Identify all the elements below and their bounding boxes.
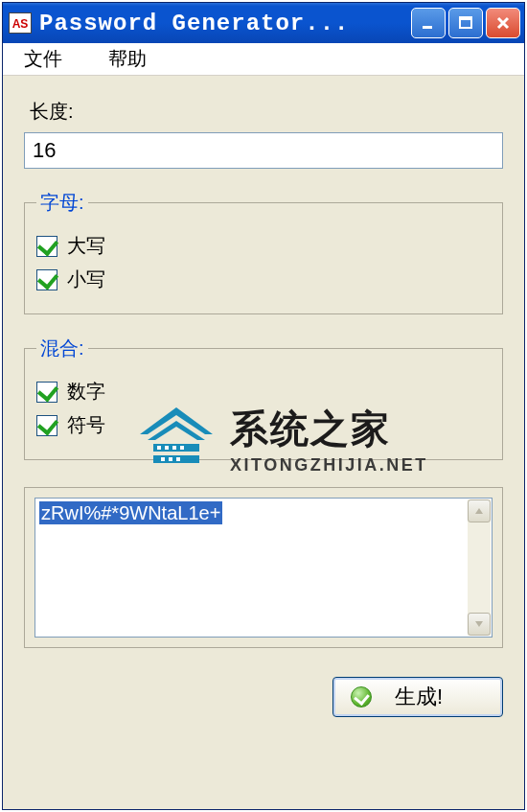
window-controls <box>411 8 520 38</box>
group-letters-legend: 字母: <box>36 190 88 216</box>
menubar: 文件 帮助 <box>3 43 524 76</box>
output-panel: zRwI%#*9WNtaL1e+ <box>24 487 503 648</box>
button-row: 生成! <box>24 677 503 717</box>
length-label: 长度: <box>30 99 503 125</box>
minimize-button[interactable] <box>411 8 446 38</box>
output-textbox[interactable]: zRwI%#*9WNtaL1e+ <box>34 498 493 638</box>
group-mix-legend: 混合: <box>36 336 88 361</box>
scroll-up-button[interactable] <box>468 499 491 522</box>
generate-label: 生成! <box>395 683 443 711</box>
group-mix: 混合: 数字 符号 <box>24 336 503 460</box>
maximize-button[interactable] <box>448 8 483 38</box>
menu-file[interactable]: 文件 <box>11 44 76 74</box>
output-text[interactable]: zRwI%#*9WNtaL1e+ <box>39 501 222 524</box>
svg-rect-2 <box>460 17 471 20</box>
symbols-option[interactable]: 符号 <box>36 412 491 438</box>
symbols-checkbox[interactable] <box>36 415 57 436</box>
length-input[interactable] <box>24 132 503 169</box>
lowercase-option[interactable]: 小写 <box>36 267 491 292</box>
uppercase-checkbox[interactable] <box>36 236 57 257</box>
lowercase-label: 小写 <box>67 267 105 292</box>
uppercase-option[interactable]: 大写 <box>36 233 491 259</box>
lowercase-checkbox[interactable] <box>36 269 57 290</box>
digits-checkbox[interactable] <box>36 382 57 403</box>
titlebar: AS Password Generator... <box>3 3 524 43</box>
client-area: 长度: 字母: 大写 小写 混合: 数字 符号 <box>3 76 524 809</box>
uppercase-label: 大写 <box>67 233 105 259</box>
window-title: Password Generator... <box>39 11 411 36</box>
menu-help[interactable]: 帮助 <box>95 44 160 74</box>
scroll-down-button[interactable] <box>468 613 491 636</box>
generate-button[interactable]: 生成! <box>332 677 503 717</box>
app-window: AS Password Generator... 文件 帮助 长度: 字母: 大… <box>2 2 525 810</box>
digits-label: 数字 <box>67 379 105 405</box>
close-button[interactable] <box>486 8 520 38</box>
app-icon: AS <box>9 12 32 34</box>
check-circle-icon <box>351 686 372 708</box>
group-letters: 字母: 大写 小写 <box>24 190 503 314</box>
vertical-scrollbar[interactable] <box>468 499 491 636</box>
symbols-label: 符号 <box>67 412 105 438</box>
svg-rect-0 <box>423 26 432 29</box>
digits-option[interactable]: 数字 <box>36 379 491 405</box>
